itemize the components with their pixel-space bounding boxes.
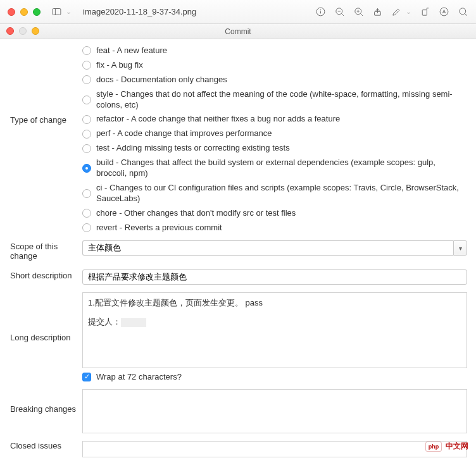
type-of-change-option[interactable]: build - Changes that affect the build sy… <box>82 158 467 179</box>
radio-icon[interactable] <box>82 96 91 104</box>
closed-issues-input[interactable] <box>82 441 467 457</box>
type-of-change-option[interactable]: perf - A code change that improves perfo… <box>82 128 467 139</box>
dialog-close-button[interactable] <box>6 27 14 35</box>
radio-label: ci - Changes to our CI configuration fil… <box>96 183 467 204</box>
radio-icon[interactable] <box>82 189 91 198</box>
type-of-change-option[interactable]: style - Changes that do not affect the m… <box>82 89 467 111</box>
svg-rect-0 <box>53 9 61 15</box>
svg-rect-13 <box>422 10 427 16</box>
window-close-button[interactable] <box>8 8 15 16</box>
type-of-change-option[interactable]: revert - Reverts a previous commit <box>82 223 467 233</box>
radio-icon[interactable] <box>82 209 91 218</box>
long-desc-label: Long description <box>0 288 82 347</box>
redacted-name <box>121 318 146 327</box>
dialog-minimize-button <box>19 27 27 35</box>
type-of-change-option[interactable]: docs - Documentation only changes <box>82 75 467 85</box>
radio-label: fix - A bug fix <box>96 60 143 71</box>
radio-icon[interactable] <box>82 61 91 70</box>
svg-line-16 <box>465 13 467 16</box>
rotate-icon[interactable] <box>419 6 430 18</box>
long-desc-textarea[interactable]: 1.配置文件修改主题颜色，页面发生变更。 pass 提交人： <box>82 292 467 368</box>
type-of-change-option[interactable]: ci - Changes to our CI configuration fil… <box>82 183 467 204</box>
radio-label: build - Changes that affect the build sy… <box>96 158 467 179</box>
breaking-label: Breaking changes <box>0 385 82 419</box>
radio-icon[interactable] <box>82 223 91 232</box>
info-icon[interactable] <box>315 6 326 18</box>
closed-issues-label: Closed issues <box>0 437 82 455</box>
radio-icon[interactable] <box>82 46 91 55</box>
watermark: php 中文网 <box>425 441 468 452</box>
wrap-checkbox[interactable]: ✓ <box>82 373 91 381</box>
watermark-text: 中文网 <box>446 441 468 452</box>
radio-label: revert - Reverts a previous commit <box>96 223 222 233</box>
window-traffic-lights <box>8 8 41 16</box>
watermark-logo: php <box>425 442 442 452</box>
svg-point-15 <box>459 8 465 15</box>
short-desc-label: Short description <box>0 266 82 285</box>
zoom-out-icon[interactable] <box>334 6 345 18</box>
scope-input[interactable] <box>82 240 453 256</box>
search-icon[interactable] <box>457 6 468 18</box>
type-of-change-option[interactable]: feat - A new feature <box>82 46 467 56</box>
window-zoom-button[interactable] <box>33 8 41 16</box>
long-desc-line2: 提交人： <box>88 316 461 328</box>
type-of-change-group: feat - A new featurefix - A bug fixdocs … <box>82 43 467 233</box>
radio-label: style - Changes that do not affect the m… <box>96 89 467 111</box>
svg-line-9 <box>360 13 363 16</box>
radio-icon[interactable] <box>82 115 91 124</box>
scope-dropdown-button[interactable]: ▾ <box>453 240 467 256</box>
short-desc-input[interactable] <box>82 269 467 285</box>
radio-label: perf - A code change that improves perfo… <box>96 128 272 139</box>
radio-icon[interactable] <box>82 130 91 139</box>
preview-titlebar: ⌄ image2020-11-18_9-37-34.png ⌄ <box>0 0 476 24</box>
annotate-icon[interactable] <box>438 6 449 18</box>
sidebar-toggle-icon[interactable] <box>51 6 62 18</box>
type-of-change-option[interactable]: test - Adding missing tests or correctin… <box>82 143 467 154</box>
commit-form: Type of change feat - A new featurefix -… <box>0 39 476 458</box>
wrap-label: Wrap at 72 characters? <box>96 372 182 381</box>
zoom-in-icon[interactable] <box>353 6 364 18</box>
svg-point-14 <box>440 8 448 16</box>
radio-icon[interactable] <box>82 164 91 173</box>
dialog-zoom-button[interactable] <box>32 27 39 35</box>
radio-label: test - Adding missing tests or correctin… <box>96 143 290 154</box>
dialog-title: Commit <box>225 27 251 36</box>
window-minimize-button[interactable] <box>20 8 28 16</box>
long-desc-line1: 1.配置文件修改主题颜色，页面发生变更。 pass <box>88 297 461 309</box>
dialog-titlebar: Commit <box>0 24 476 39</box>
svg-point-4 <box>320 9 321 10</box>
markup-icon[interactable] <box>391 6 402 18</box>
window-filename: image2020-11-18_9-37-34.png <box>83 7 196 16</box>
radio-icon[interactable] <box>82 75 91 84</box>
radio-label: chore - Other changes that don't modify … <box>96 208 296 219</box>
radio-label: refactor - A code change that neither fi… <box>96 114 340 125</box>
type-of-change-option[interactable]: fix - A bug fix <box>82 60 467 71</box>
type-of-change-label: Type of change <box>0 39 82 130</box>
svg-line-6 <box>341 13 344 16</box>
radio-label: docs - Documentation only changes <box>96 75 227 85</box>
type-of-change-option[interactable]: chore - Other changes that don't modify … <box>82 208 467 219</box>
chevron-down-icon[interactable]: ⌄ <box>66 8 72 16</box>
share-icon[interactable] <box>372 6 383 18</box>
radio-label: feat - A new feature <box>96 46 167 56</box>
chevron-down-icon[interactable]: ⌄ <box>406 8 411 16</box>
breaking-textarea[interactable] <box>82 389 467 433</box>
radio-icon[interactable] <box>82 144 91 153</box>
scope-label: Scope of this change <box>0 237 82 266</box>
scope-combo[interactable]: ▾ <box>82 240 467 256</box>
type-of-change-option[interactable]: refactor - A code change that neither fi… <box>82 114 467 125</box>
